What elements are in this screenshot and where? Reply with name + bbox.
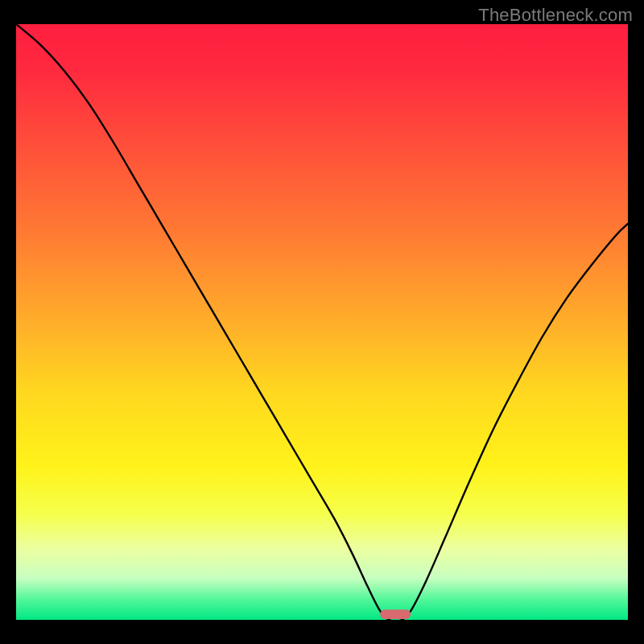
- plot-area: [16, 24, 628, 620]
- bottleneck-marker: [380, 609, 411, 619]
- watermark-text: TheBottleneck.com: [478, 5, 633, 26]
- chart-frame: TheBottleneck.com: [0, 0, 644, 644]
- chart-svg: [16, 24, 628, 620]
- gradient-background: [16, 24, 628, 620]
